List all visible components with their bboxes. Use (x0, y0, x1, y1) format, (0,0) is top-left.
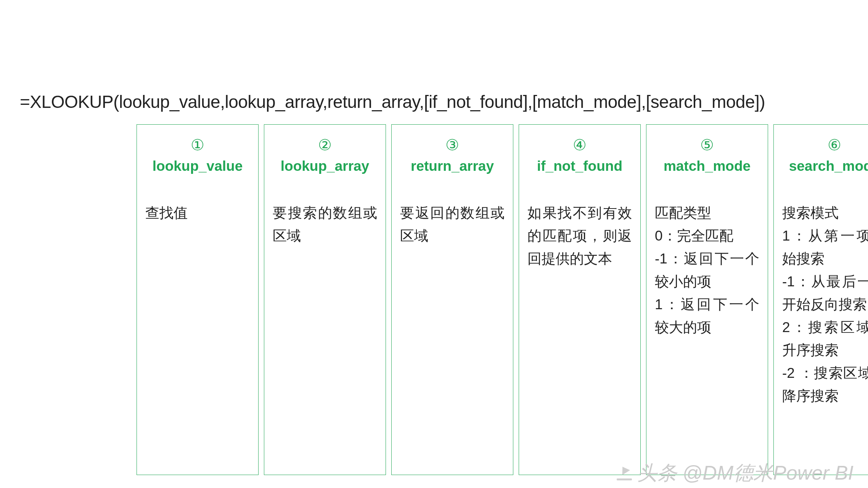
card-number: ① (145, 136, 250, 154)
card-description: 要搜索的数组或区域 (273, 202, 377, 247)
watermark-icon (617, 466, 632, 480)
card-number: ④ (527, 136, 632, 154)
card-title: return_array (400, 158, 505, 174)
card-title: search_mode (782, 158, 868, 174)
card-lookup-value: ① lookup_value 查找值 (137, 124, 259, 475)
card-title: lookup_array (273, 158, 377, 174)
card-number: ③ (400, 136, 505, 154)
card-number: ⑤ (655, 136, 759, 154)
card-match-mode: ⑤ match_mode 匹配类型0：完全匹配-1：返回下一个较小的项1：返回下… (646, 124, 768, 475)
card-number: ⑥ (782, 136, 868, 154)
card-number: ② (273, 136, 377, 154)
card-title: match_mode (655, 158, 759, 174)
card-title: lookup_value (145, 158, 250, 174)
card-lookup-array: ② lookup_array 要搜索的数组或区域 (264, 124, 386, 475)
card-description: 查找值 (145, 202, 250, 225)
watermark: 头条 @DM德米Power BI (617, 460, 854, 486)
parameter-cards: ① lookup_value 查找值 ② lookup_array 要搜索的数组… (137, 124, 868, 475)
card-description: 要返回的数组或区域 (400, 202, 505, 247)
card-description: 搜索模式1：从第一项开始搜索-1：从最后一项开始反向搜索2：搜索区域按升序搜索-… (782, 202, 868, 407)
formula-text: =XLOOKUP(lookup_value,lookup_array,retur… (20, 92, 765, 112)
card-description: 匹配类型0：完全匹配-1：返回下一个较小的项1：返回下一个较大的项 (655, 202, 759, 339)
card-title: if_not_found (527, 158, 632, 174)
card-if-not-found: ④ if_not_found 如果找不到有效的匹配项，则返回提供的文本 (519, 124, 641, 475)
card-search-mode: ⑥ search_mode 搜索模式1：从第一项开始搜索-1：从最后一项开始反向… (773, 124, 868, 475)
card-description: 如果找不到有效的匹配项，则返回提供的文本 (527, 202, 632, 270)
card-return-array: ③ return_array 要返回的数组或区域 (391, 124, 513, 475)
watermark-text: 头条 @DM德米Power BI (637, 460, 854, 486)
